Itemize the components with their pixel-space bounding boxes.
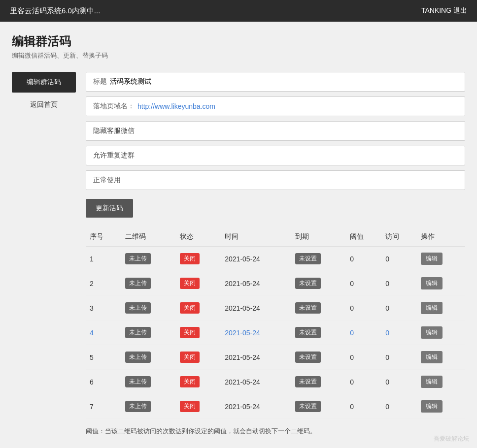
- cell-action: 编辑: [417, 394, 465, 419]
- status-row: 正常使用: [86, 170, 465, 190]
- col-header-action: 操作: [417, 227, 465, 247]
- cell-action: 编辑: [417, 247, 465, 271]
- col-header-visits: 访问: [381, 227, 417, 247]
- cell-time: 2021-05-24: [221, 296, 291, 320]
- qrcode-badge: 未上传: [125, 401, 151, 412]
- table-row: 4 未上传 关闭 2021-05-24 未设置 0 0 编辑: [86, 320, 465, 345]
- title-label: 标题: [93, 77, 107, 86]
- qrcode-table: 序号 二维码 状态 时间 到期 阈值 访问 操作 1 未上传 关闭 2021-0…: [86, 227, 465, 419]
- qrcode-badge: 未上传: [125, 253, 151, 264]
- edit-row-button[interactable]: 编辑: [421, 253, 443, 265]
- table-row: 7 未上传 关闭 2021-05-24 未设置 0 0 编辑: [86, 394, 465, 419]
- cell-status: 关闭: [176, 345, 221, 370]
- back-home-link[interactable]: 返回首页: [12, 95, 76, 115]
- status-badge: 关闭: [180, 327, 200, 338]
- app-title: 里客云活码系统6.0内测中...: [10, 6, 100, 16]
- allow-rejoin-row: 允许重复进群: [86, 146, 465, 165]
- status-badge: 关闭: [180, 401, 200, 412]
- allow-rejoin-field[interactable]: 允许重复进群: [86, 146, 465, 165]
- cell-id: 7: [86, 394, 121, 419]
- cell-qrcode: 未上传: [121, 271, 176, 296]
- qrcode-badge: 未上传: [125, 376, 151, 387]
- cell-visits: 0: [381, 345, 417, 370]
- hide-wechat-field[interactable]: 隐藏客服微信: [86, 121, 465, 141]
- col-header-id: 序号: [86, 227, 121, 247]
- cell-time: 2021-05-24: [221, 320, 291, 345]
- cell-threshold: 0: [346, 345, 381, 370]
- col-header-threshold: 阈值: [346, 227, 381, 247]
- edit-row-button[interactable]: 编辑: [421, 376, 443, 388]
- status-field[interactable]: 正常使用: [86, 170, 465, 190]
- expire-badge: 未设置: [295, 401, 321, 412]
- table-row: 5 未上传 关闭 2021-05-24 未设置 0 0 编辑: [86, 345, 465, 370]
- title-field-row: 标题: [86, 72, 465, 92]
- edit-row-button[interactable]: 编辑: [421, 326, 443, 339]
- landing-label: 落地页域名：: [93, 102, 135, 111]
- expire-badge: 未设置: [295, 327, 321, 338]
- edit-row-button[interactable]: 编辑: [421, 400, 443, 413]
- edit-row-button[interactable]: 编辑: [421, 302, 443, 314]
- cell-id: 6: [86, 370, 121, 394]
- cell-threshold: 0: [346, 394, 381, 419]
- cell-visits: 0: [381, 247, 417, 271]
- user-logout[interactable]: TANKING 退出: [421, 6, 467, 15]
- sidebar: 编辑群活码 返回首页: [12, 72, 76, 115]
- page-subtitle: 编辑微信群活码、更新、替换子码: [12, 51, 465, 60]
- cell-time: 2021-05-24: [221, 247, 291, 271]
- watermark: 吾爱破解论坛: [434, 435, 469, 443]
- cell-action: 编辑: [417, 320, 465, 345]
- cell-status: 关闭: [176, 370, 221, 394]
- cell-time: 2021-05-24: [221, 394, 291, 419]
- col-header-status: 状态: [176, 227, 221, 247]
- qrcode-badge: 未上传: [125, 352, 151, 363]
- table-row: 1 未上传 关闭 2021-05-24 未设置 0 0 编辑: [86, 247, 465, 271]
- status-badge: 关闭: [180, 352, 200, 363]
- expire-badge: 未设置: [295, 376, 321, 387]
- cell-id: 3: [86, 296, 121, 320]
- cell-threshold: 0: [346, 247, 381, 271]
- table-header: 序号 二维码 状态 时间 到期 阈值 访问 操作: [86, 227, 465, 247]
- cell-threshold: 0: [346, 271, 381, 296]
- cell-visits: 0: [381, 271, 417, 296]
- title-input[interactable]: [110, 78, 458, 86]
- expire-badge: 未设置: [295, 278, 321, 289]
- edit-group-code-button[interactable]: 编辑群活码: [12, 72, 76, 93]
- status-badge: 关闭: [180, 253, 200, 264]
- landing-value: http://www.likeyunba.com: [137, 102, 215, 110]
- cell-qrcode: 未上传: [121, 247, 176, 271]
- cell-qrcode: 未上传: [121, 345, 176, 370]
- qrcode-badge: 未上传: [125, 327, 151, 338]
- update-code-button[interactable]: 更新活码: [86, 199, 133, 218]
- cell-qrcode: 未上传: [121, 320, 176, 345]
- cell-time: 2021-05-24: [221, 370, 291, 394]
- cell-visits: 0: [381, 296, 417, 320]
- col-header-qrcode: 二维码: [121, 227, 176, 247]
- cell-expire: 未设置: [291, 296, 346, 320]
- cell-expire: 未设置: [291, 394, 346, 419]
- table-row: 6 未上传 关闭 2021-05-24 未设置 0 0 编辑: [86, 370, 465, 394]
- cell-status: 关闭: [176, 296, 221, 320]
- cell-status: 关闭: [176, 320, 221, 345]
- cell-id: 1: [86, 247, 121, 271]
- content-layout: 编辑群活码 返回首页 标题 落地页域名： http://www.likeyunb…: [12, 72, 465, 436]
- cell-expire: 未设置: [291, 247, 346, 271]
- cell-time: 2021-05-24: [221, 271, 291, 296]
- qrcode-badge: 未上传: [125, 302, 151, 314]
- expire-badge: 未设置: [295, 253, 321, 264]
- cell-action: 编辑: [417, 271, 465, 296]
- cell-qrcode: 未上传: [121, 296, 176, 320]
- cell-id: 2: [86, 271, 121, 296]
- expire-badge: 未设置: [295, 352, 321, 363]
- edit-row-button[interactable]: 编辑: [421, 351, 443, 363]
- table-row: 3 未上传 关闭 2021-05-24 未设置 0 0 编辑: [86, 296, 465, 320]
- qrcode-badge: 未上传: [125, 278, 151, 289]
- edit-row-button[interactable]: 编辑: [421, 277, 443, 289]
- cell-expire: 未设置: [291, 345, 346, 370]
- main-container: 编辑群活码 编辑微信群活码、更新、替换子码 编辑群活码 返回首页 标题 落地页域…: [2, 22, 475, 448]
- cell-visits: 0: [381, 320, 417, 345]
- cell-status: 关闭: [176, 394, 221, 419]
- cell-action: 编辑: [417, 296, 465, 320]
- col-header-time: 时间: [221, 227, 291, 247]
- table-row: 2 未上传 关闭 2021-05-24 未设置 0 0 编辑: [86, 271, 465, 296]
- landing-page-row: 落地页域名： http://www.likeyunba.com: [86, 96, 465, 116]
